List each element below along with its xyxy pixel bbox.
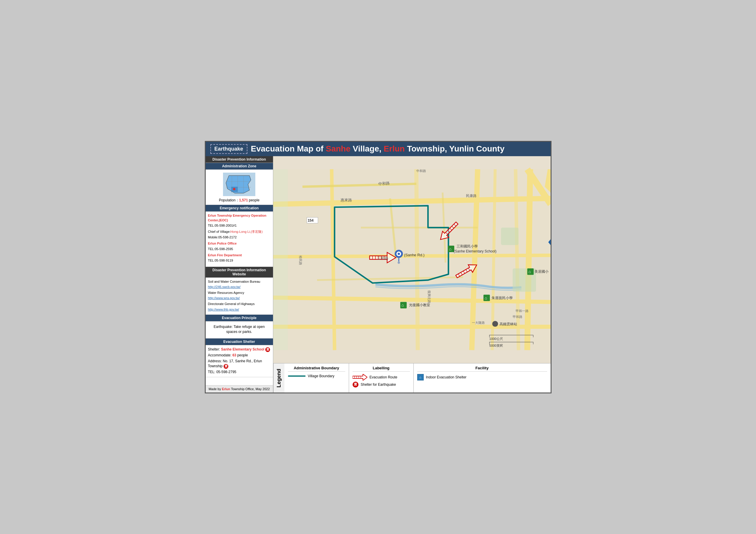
- svg-text:(Sanhe Rd.): (Sanhe Rd.): [404, 252, 424, 257]
- map-area: 中和路 惠來路 中和路 裕民路 民康路 154 1000公尺: [273, 156, 551, 393]
- emergency-body: Erlun Township Emergency Operation Cente…: [206, 212, 273, 267]
- legend-labelling-title: Labelling: [353, 366, 410, 372]
- svg-text:一大隆路: 一大隆路: [472, 321, 484, 324]
- svg-text:1000公尺: 1000公尺: [489, 337, 503, 340]
- map-svg: 中和路 惠來路 中和路 裕民路 民康路 154 1000公尺: [273, 156, 551, 363]
- map-container: 中和路 惠來路 中和路 裕民路 民康路 154 1000公尺: [273, 156, 551, 363]
- url-swcb[interactable]: http://246.swcb.gov.tw/: [208, 285, 271, 290]
- population-text: Population：1,571 people: [207, 198, 272, 203]
- shelter-eq-symbol: 震: [353, 382, 359, 388]
- svg-point-66: [397, 252, 400, 255]
- legend: Legend Administrative Boundary Village B…: [273, 363, 551, 393]
- page-title: Evacuation Map of Sanhe Village, Erlun T…: [251, 144, 504, 154]
- svg-text:裕民路: 裕民路: [299, 255, 302, 265]
- org-thb: Directorate General of Highways: [208, 302, 271, 306]
- org-swcb: Soil and Water Conservation Bureau: [208, 279, 271, 284]
- svg-rect-42: [533, 342, 533, 344]
- website-body: Soil and Water Conservation Bureau http:…: [206, 278, 273, 315]
- svg-line-14: [416, 169, 418, 350]
- contact-eoc: Erlun Township Emergency Operation Cente…: [208, 214, 271, 228]
- svg-line-18: [527, 169, 530, 350]
- main-container: Earthquake Evacuation Map of Sanhe Villa…: [205, 141, 552, 394]
- legend-labelling: Labelling Evacuation Route 震 S: [349, 364, 414, 393]
- svg-text:復興北路: 復興北路: [427, 290, 431, 303]
- legend-facility-title: Facility: [417, 366, 547, 372]
- svg-text:美居國小: 美居國小: [534, 269, 549, 274]
- svg-text:民康路: 民康路: [466, 193, 476, 197]
- svg-text:高鐵雲林站: 高鐵雲林站: [500, 322, 517, 326]
- svg-text:(Sanhe Elementary School): (Sanhe Elementary School): [454, 249, 497, 253]
- legend-admin-boundary: Administrative Boundary Village Boundary: [284, 364, 349, 393]
- legend-indoor-shelter: ⌂ Indoor Evacuation Shelter: [417, 374, 547, 380]
- url-thb[interactable]: http://www.thb.gov.tw/: [208, 307, 271, 312]
- svg-text:惠來路: 惠來路: [340, 197, 352, 202]
- contact-fire: Erlun Fire Department TEL:05-598-9119: [208, 253, 271, 263]
- legend-label: Legend: [273, 364, 284, 393]
- shelter-address: Address: No. 17, Sanhe Rd., Erlun Townsh…: [208, 359, 271, 369]
- svg-rect-27: [501, 227, 519, 245]
- svg-rect-36: [489, 335, 533, 335]
- shelter-body: Shelter: Sanhe Elementary School 震 Accom…: [206, 345, 273, 377]
- svg-rect-26: [273, 169, 288, 350]
- contact-chief: Chief of Village:Hong-Long Li,(李宏隆) Mobi…: [208, 230, 271, 240]
- principle-text: Earthquake: Take refuge at open spaces o…: [208, 324, 271, 334]
- org-wra: Water Resources Agency: [208, 291, 271, 295]
- svg-text:朱厝面民小學: 朱厝面民小學: [492, 295, 513, 300]
- sidebar-section-disaster: Disaster Prevention Information: [206, 156, 273, 163]
- header: Earthquake Evacuation Map of Sanhe Villa…: [206, 142, 551, 156]
- accommodate-text: Accommodate: 63 people: [208, 353, 271, 358]
- shelter-tel: TEL: 05-598-2795: [208, 369, 271, 375]
- admin-map-thumb: [223, 173, 255, 196]
- svg-text:⌂: ⌂: [528, 269, 531, 274]
- svg-text:中和路: 中和路: [416, 169, 426, 173]
- legend-admin-title: Administrative Boundary: [288, 366, 345, 372]
- sidebar-section-shelter: Evacuation Shelter: [206, 339, 273, 345]
- svg-point-68: [397, 261, 400, 264]
- village-boundary-symbol: [288, 375, 306, 377]
- url-wra[interactable]: http://www.wra.gov.tw/: [208, 295, 271, 301]
- legend-facility: Facility ⌂ Indoor Evacuation Shelter: [414, 364, 551, 393]
- earthquake-badge: Earthquake: [210, 144, 247, 154]
- admin-zone-body: Population：1,571 people: [206, 170, 273, 205]
- svg-text:三和國民小學: 三和國民小學: [457, 244, 478, 248]
- sidebar: Disaster Prevention Information Administ…: [206, 156, 273, 393]
- sidebar-section-admin: Administration Zone: [206, 163, 273, 170]
- legend-shelter-eq: 震 Shelter for Earthquake: [353, 382, 410, 388]
- svg-text:甲和一路: 甲和一路: [515, 309, 528, 313]
- legend-village-boundary: Village Boundary: [288, 374, 345, 378]
- svg-point-7: [233, 188, 235, 190]
- svg-text:⌂: ⌂: [484, 295, 487, 300]
- svg-text:光復國小教室: 光復國小教室: [409, 303, 430, 307]
- sidebar-footer: Made by Erlun Township Office, May 2022: [206, 385, 273, 393]
- svg-point-83: [492, 321, 498, 327]
- main-content: Disaster Prevention Information Administ…: [206, 156, 551, 393]
- shelter-name: Shelter: Sanhe Elementary School 震: [208, 347, 271, 352]
- sidebar-section-emergency: Emergency notification: [206, 205, 273, 212]
- legend-evacuation-route: Evacuation Route: [353, 374, 410, 380]
- svg-text:三和路: 三和路: [377, 256, 388, 260]
- svg-text:154: 154: [308, 218, 313, 222]
- sidebar-section-principle: Evacuation Principle: [206, 315, 273, 321]
- contact-police: Erlun Police Office TEL:05-598-2595: [208, 241, 271, 251]
- principle-body: Earthquake: Take refuge at open spaces o…: [206, 321, 273, 339]
- indoor-shelter-symbol: ⌂: [417, 374, 424, 380]
- svg-rect-38: [533, 335, 533, 337]
- svg-text:甲和路: 甲和路: [512, 315, 522, 318]
- svg-text:⌂: ⌂: [401, 303, 404, 307]
- sidebar-section-info-website: Disaster Prevention Information Website: [206, 267, 273, 278]
- svg-text:5000英呎: 5000英呎: [489, 343, 503, 347]
- svg-text:⌂: ⌂: [449, 246, 451, 251]
